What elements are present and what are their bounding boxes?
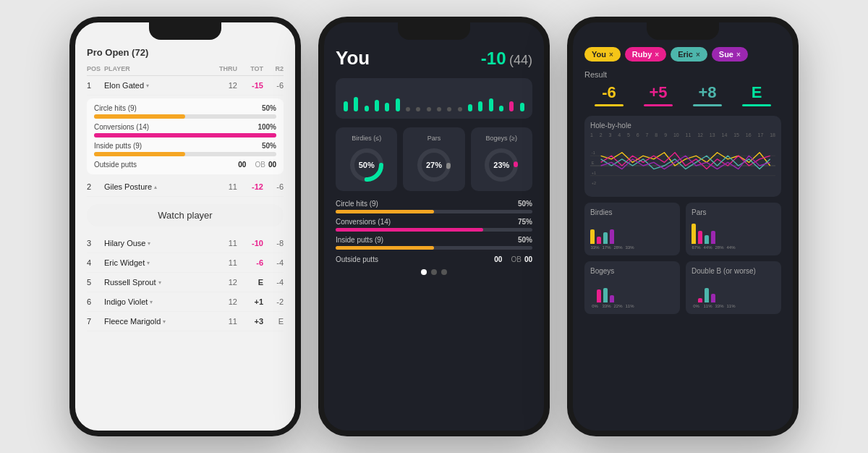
pars-title: Pars: [407, 135, 460, 142]
p1-title: Pro Open (72): [87, 47, 284, 58]
p2-outside-row: Outside putts 00 OB 00: [336, 255, 532, 263]
bar-group-4: [711, 231, 715, 244]
row-thru: 11: [211, 239, 237, 247]
p1-table-header: POS PLAYER THRU TOT R2: [87, 65, 284, 76]
notch-2: [398, 22, 470, 40]
pct-label: 67%: [692, 245, 701, 250]
birdies-pct: 50%: [359, 161, 375, 169]
stat-inside-putts: Inside putts (9) 50%: [94, 142, 276, 156]
pct-label: 0%: [692, 304, 701, 308]
tag-eric-remove[interactable]: ×: [696, 51, 700, 59]
birdies-donut: 50%: [348, 146, 386, 184]
tag-eric[interactable]: Eric ×: [671, 47, 707, 62]
tag-sue[interactable]: Sue ×: [712, 47, 748, 62]
stat-bar-fill: [94, 133, 276, 137]
p2-header: You -10 (44): [336, 47, 532, 69]
result-val-eric: +8: [683, 83, 732, 102]
row-player: Elon Gated ▾: [104, 81, 211, 90]
chevron-up-icon: ▴: [154, 184, 157, 190]
hole-3: [362, 106, 371, 111]
result-you: -6: [584, 83, 634, 109]
bar-label: Circle hits (9): [336, 200, 514, 208]
tag-you-label: You: [592, 50, 606, 59]
bogeys-bars: [590, 279, 674, 302]
table-row[interactable]: 4 Eric Widget ▾ 11 -6 -4: [87, 253, 284, 273]
pars-mini-title: Pars: [692, 208, 775, 216]
tag-ruby-label: Ruby: [632, 50, 652, 59]
p2-pars-card: Pars 27%: [403, 127, 464, 191]
bar-group-1: [590, 229, 595, 244]
tag-ruby-remove[interactable]: ×: [655, 51, 659, 59]
stat-circle-hits: Circle hits (9) 50%: [94, 104, 276, 119]
bar-group-4: [610, 229, 614, 244]
ob-val: 00: [268, 161, 276, 169]
hole-10: [435, 107, 443, 111]
tag-sue-remove[interactable]: ×: [736, 51, 741, 59]
table-row[interactable]: 3 Hilary Ouse ▾ 11 -10 -8: [87, 234, 284, 253]
hole-14: [476, 101, 485, 111]
col-thru-header: THRU: [211, 65, 237, 72]
row-r2: E: [263, 317, 284, 326]
outside-putts-row: Outside putts 00 OB 00: [94, 161, 276, 169]
phone-3-content: You × Ruby × Eric × Sue × Result: [573, 22, 793, 431]
watch-player-button[interactable]: Watch player: [87, 204, 284, 226]
pct-label: 22%: [613, 304, 623, 308]
tag-you-remove[interactable]: ×: [609, 51, 613, 59]
table-row[interactable]: 7 Fleece Marigold ▾ 11 +3 E: [87, 312, 284, 331]
result-sue: E: [732, 83, 781, 109]
mini-bar: [597, 289, 601, 302]
hole-by-hole-section: Hole-by-hole 123456789101112131415161718…: [584, 116, 781, 197]
table-row[interactable]: 1 Elon Gated ▾ 12 -15 -6: [87, 76, 284, 96]
page-dots: [336, 269, 532, 275]
chevron-down-icon: ▾: [158, 279, 161, 286]
bar-group-3: [705, 235, 709, 244]
stat-pct: 50%: [262, 142, 276, 150]
hole-1: [341, 101, 350, 111]
pars-donut: 27%: [415, 146, 453, 184]
hole-16: [497, 106, 506, 111]
hole-5: [383, 103, 391, 111]
table-row[interactable]: 2 Giles Posture ▴ 11 -12 -6: [87, 177, 284, 197]
row-thru: 12: [211, 278, 237, 287]
chart-svg: -1 E +1 +2: [590, 140, 775, 191]
hole-by-hole-title: Hole-by-hole: [590, 122, 775, 130]
bogeys-donut: 23%: [482, 146, 520, 184]
pct-label: 28%: [715, 245, 724, 250]
stat-pct: 50%: [262, 104, 276, 112]
row-r2: -4: [263, 258, 284, 267]
hole-4: [373, 100, 381, 111]
result-title: Result: [584, 70, 781, 79]
phones-container: Pro Open (72) POS PLAYER THRU TOT R2 1 E…: [55, 2, 813, 451]
tag-ruby[interactable]: Ruby ×: [625, 47, 666, 62]
row-r2: -8: [263, 239, 284, 247]
p2-bar-section: Circle hits (9) 50% Conversions (14) 75%: [336, 200, 532, 250]
mini-bar: [698, 231, 702, 244]
birdies-bars: [590, 221, 674, 244]
row-pos: 4: [87, 258, 104, 267]
p3-bottom-grid-2: Bogeys: [584, 261, 781, 314]
pct-label: 11%: [703, 304, 712, 308]
notch-1: [149, 22, 221, 40]
row-thru: 11: [211, 182, 237, 191]
p3-bottom-grid: Birdies: [584, 203, 781, 255]
stat-bar-fill: [94, 114, 185, 119]
pct-label: 44%: [703, 245, 712, 250]
row-r2: -6: [263, 182, 284, 191]
row-r2: -2: [263, 297, 284, 306]
mini-bar: [705, 288, 709, 302]
bar-group-1: [692, 224, 696, 244]
p2-bar-bg: [336, 246, 532, 250]
result-ruby: +5: [634, 83, 683, 109]
stat-bar-bg: [94, 114, 276, 119]
dot-1: [421, 269, 427, 275]
mini-bar: [698, 298, 702, 302]
table-row[interactable]: 6 Indigo Violet ▾ 12 +1 -2: [87, 292, 284, 312]
stat-conversions: Conversions (14) 100%: [94, 123, 276, 137]
table-row[interactable]: 5 Russell Sprout ▾ 12 E -4: [87, 273, 284, 292]
mini-bar: [610, 229, 614, 244]
mini-bar: [597, 237, 601, 244]
row-pos: 2: [87, 182, 104, 191]
birdies-pct-labels: 33% 17% 28% 33%: [590, 245, 674, 250]
pct-label: 44%: [726, 245, 736, 250]
tag-you[interactable]: You ×: [584, 47, 621, 62]
